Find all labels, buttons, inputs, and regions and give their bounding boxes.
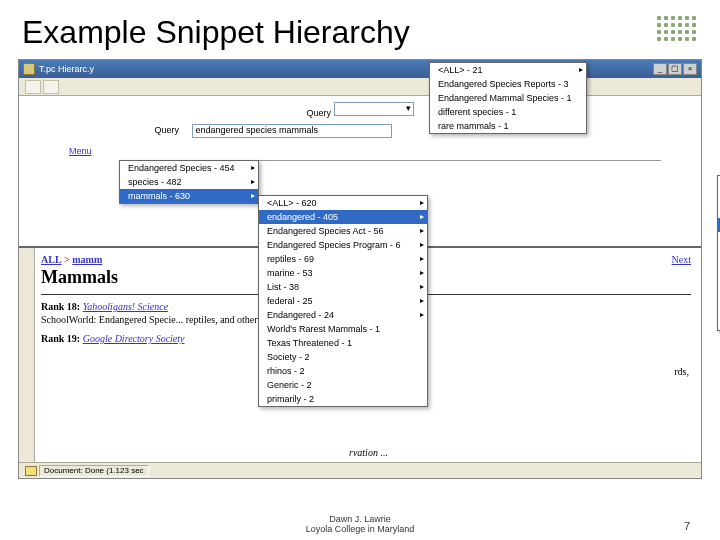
minimize-button[interactable]: _ (653, 63, 667, 75)
next-link[interactable]: Next (672, 254, 691, 265)
rank-label: Rank 18: (41, 301, 80, 312)
results-sidebar (19, 248, 35, 462)
statusbar: Document: Done (1.123 sec (19, 462, 701, 478)
menu-item[interactable]: rare mammals - 1 (430, 119, 586, 133)
menu-item[interactable]: Endangered Species Program - 6 (259, 238, 427, 252)
menu-item[interactable]: marine - 53 (259, 266, 427, 280)
menu-item[interactable]: World's Rarest Mammals - 1 (259, 322, 427, 336)
rank-label: Rank 19: (41, 333, 80, 344)
menu-item[interactable]: <ALL> - 620 (259, 196, 427, 210)
maximize-button[interactable]: ▢ (668, 63, 682, 75)
query-mode-row: Query (19, 96, 701, 120)
menu-item[interactable]: Endangered Mammal Species - 1 (430, 91, 586, 105)
titlebar: T.pc Hierarc.y _ ▢ × (19, 60, 701, 78)
menu-level-2: <ALL> - 620endangered - 405Endangered Sp… (258, 195, 428, 407)
decorative-dots (657, 16, 696, 41)
app-window: T.pc Hierarc.y _ ▢ × Query Query endange… (18, 59, 702, 479)
query-label: Query (19, 125, 189, 135)
menu-link[interactable]: Menu (19, 146, 701, 156)
cascading-menus: Endangered Species - 454species - 482mam… (119, 160, 428, 407)
menu-item[interactable]: primarily - 2 (259, 392, 427, 406)
crumb-term[interactable]: mamm (72, 254, 102, 265)
menu-item[interactable]: different species - 1 (430, 105, 586, 119)
query-row: Query endangered species mammals (19, 120, 701, 146)
fragment-text: rvation ... (349, 447, 388, 458)
slide-footer: Dawn J. Lawrie Loyola College in Marylan… (0, 514, 720, 534)
menu-level-1: Endangered Species - 454species - 482mam… (119, 160, 259, 204)
footer-affiliation: Loyola College in Maryland (0, 524, 720, 534)
menu-item[interactable]: Endangered Species Act - 56 (259, 224, 427, 238)
menu-item[interactable]: species - 482 (120, 175, 258, 189)
menu-item[interactable]: Texas Threatened - 1 (259, 336, 427, 350)
menu-item[interactable]: rhinos - 2 (259, 364, 427, 378)
menu-item[interactable]: Endangered - 24 (259, 308, 427, 322)
menu-item[interactable]: Generic - 2 (259, 378, 427, 392)
query-mode-label: Query (306, 108, 331, 118)
query-mode-select[interactable] (334, 102, 414, 116)
app-icon (23, 63, 35, 75)
toolbar-button[interactable] (43, 80, 59, 94)
menu-item[interactable]: Endangered Species Reports - 3 (430, 77, 586, 91)
status-icon (25, 466, 37, 476)
crumb-sep: > (64, 254, 70, 265)
menu-item[interactable]: Endangered Species - 454 (120, 161, 258, 175)
toolbar-button[interactable] (25, 80, 41, 94)
menu-item[interactable]: reptiles - 69 (259, 252, 427, 266)
crumb-all[interactable]: ALL (41, 254, 62, 265)
menu-item[interactable]: endangered - 405 (259, 210, 427, 224)
slide-title: Example Snippet Hierarchy (0, 0, 720, 59)
menu-item[interactable]: <ALL> - 21 (430, 63, 586, 77)
close-button[interactable]: × (683, 63, 697, 75)
menu-item[interactable]: federal - 25 (259, 294, 427, 308)
toolbar (19, 78, 701, 96)
footer-author: Dawn J. Lawrie (0, 514, 720, 524)
menu-level-3: <ALL> - 21Endangered Species Reports - 3… (429, 62, 587, 134)
page-number: 7 (684, 520, 690, 532)
menu-item[interactable]: mammals - 630 (120, 189, 258, 203)
query-input[interactable]: endangered species mammals (192, 124, 392, 138)
menu-item[interactable]: Society - 2 (259, 350, 427, 364)
fragment-text: rds, (674, 366, 689, 377)
status-text: Document: Done (1.123 sec (39, 465, 149, 477)
menu-item[interactable]: List - 38 (259, 280, 427, 294)
